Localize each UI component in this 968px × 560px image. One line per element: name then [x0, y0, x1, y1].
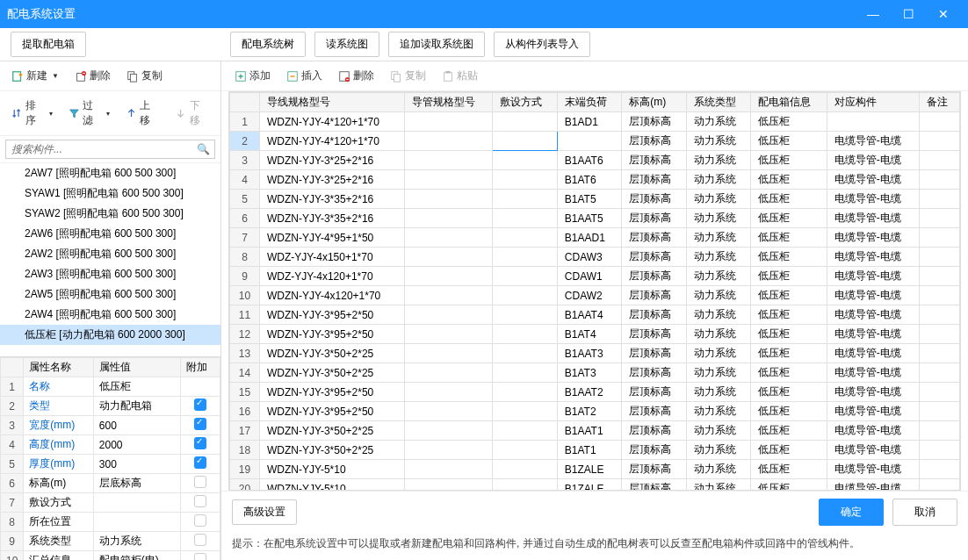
grid-cell[interactable]: 低压柜 — [750, 344, 827, 363]
grid-header[interactable]: 对应构件 — [827, 93, 919, 112]
grid-cell[interactable]: 电缆导管-电缆 — [827, 441, 919, 460]
row-number[interactable]: 19 — [230, 460, 260, 479]
prop-value[interactable] — [93, 513, 180, 532]
prop-value[interactable]: 层底标高 — [93, 474, 180, 493]
row-number[interactable]: 16 — [230, 402, 260, 421]
grid-cell[interactable] — [405, 209, 493, 228]
grid-cell[interactable]: 电缆导管-电缆 — [827, 344, 919, 363]
grid-header[interactable]: 末端负荷 — [557, 93, 621, 112]
insert-row-button[interactable]: 插入 — [280, 65, 329, 87]
import-list-button[interactable]: 从构件列表导入 — [494, 32, 590, 57]
grid-cell[interactable]: 电缆导管-电缆 — [827, 325, 919, 344]
row-number[interactable]: 20 — [230, 479, 260, 492]
row-number[interactable]: 17 — [230, 421, 260, 441]
grid-cell[interactable] — [919, 190, 959, 209]
grid-cell[interactable]: 电缆导管-电缆 — [827, 170, 919, 190]
grid-cell[interactable]: 层顶标高 — [622, 305, 686, 325]
grid-cell[interactable] — [405, 170, 493, 190]
grid-cell[interactable]: 动力系统 — [686, 151, 750, 170]
grid-cell[interactable]: 层顶标高 — [622, 479, 686, 492]
grid-cell[interactable] — [405, 228, 493, 248]
grid-cell[interactable] — [405, 421, 493, 441]
grid-cell[interactable] — [493, 170, 557, 190]
grid-cell[interactable]: 低压柜 — [750, 112, 827, 132]
grid-cell[interactable]: 低压柜 — [750, 190, 827, 209]
grid-cell[interactable]: B1AAT6 — [557, 151, 621, 170]
grid-header[interactable]: 导线规格型号 — [260, 93, 405, 112]
grid-cell[interactable]: 层顶标高 — [622, 267, 686, 286]
grid-cell[interactable] — [405, 460, 493, 479]
grid-cell[interactable]: CDAW3 — [557, 248, 621, 267]
row-number[interactable]: 3 — [230, 151, 260, 170]
prop-extra[interactable] — [180, 493, 220, 513]
grid-cell[interactable]: 动力系统 — [686, 248, 750, 267]
grid-cell[interactable]: WDZN-YJY-3*95+2*50 — [260, 402, 405, 421]
grid-cell[interactable]: WDZN-YJY-3*95+2*50 — [260, 305, 405, 325]
grid-cell[interactable]: 低压柜 — [750, 228, 827, 248]
grid-cell[interactable] — [919, 305, 959, 325]
checkbox-icon[interactable] — [194, 456, 206, 469]
move-up-button[interactable]: 上移 — [119, 95, 166, 132]
grid-cell[interactable]: B1ZALE — [557, 479, 621, 492]
checkbox-icon[interactable] — [194, 514, 206, 527]
grid-cell[interactable]: B1AT1 — [557, 441, 621, 460]
grid-cell[interactable]: WDZN-YJY-3*50+2*25 — [260, 421, 405, 441]
grid-cell[interactable]: 低压柜 — [750, 363, 827, 383]
grid-cell[interactable]: WDZN-YJY-3*95+2*50 — [260, 383, 405, 402]
grid-cell[interactable]: 动力系统 — [686, 132, 750, 151]
grid-cell[interactable] — [405, 441, 493, 460]
grid-cell[interactable]: 动力系统 — [686, 228, 750, 248]
prop-value[interactable]: 2000 — [93, 435, 180, 455]
grid-cell[interactable]: 低压柜 — [750, 209, 827, 228]
grid-cell[interactable] — [493, 325, 557, 344]
grid-cell[interactable] — [493, 132, 557, 151]
grid-cell[interactable]: 层顶标高 — [622, 421, 686, 441]
grid-cell[interactable]: 低压柜 — [750, 151, 827, 170]
grid-cell[interactable] — [493, 363, 557, 383]
grid-cell[interactable] — [919, 112, 959, 132]
grid-cell[interactable]: 电缆导管-电缆 — [827, 383, 919, 402]
checkbox-icon[interactable] — [194, 553, 206, 560]
grid-wrap[interactable]: 导线规格型号导管规格型号敷设方式末端负荷标高(m)系统类型配电箱信息对应构件备注… — [228, 91, 961, 491]
grid-cell[interactable] — [919, 479, 959, 492]
grid-cell[interactable]: 低压柜 — [750, 460, 827, 479]
grid-header[interactable]: 标高(m) — [622, 93, 686, 112]
grid-cell[interactable]: 层顶标高 — [622, 286, 686, 305]
grid-cell[interactable]: CDAW1 — [557, 267, 621, 286]
row-number[interactable]: 2 — [230, 132, 260, 151]
grid-header[interactable]: 配电箱信息 — [750, 93, 827, 112]
grid-cell[interactable]: WDZN-YJY-4*95+1*50 — [260, 228, 405, 248]
grid-cell[interactable] — [405, 402, 493, 421]
row-number[interactable]: 8 — [230, 248, 260, 267]
grid-cell[interactable] — [919, 460, 959, 479]
grid-cell[interactable]: 低压柜 — [750, 132, 827, 151]
prop-value[interactable]: 动力系统 — [93, 532, 180, 551]
delete-row-button[interactable]: 删除 — [332, 65, 380, 87]
component-list[interactable]: 2AW7 [照明配电箱 600 500 300]SYAW1 [照明配电箱 600… — [0, 163, 220, 356]
list-item[interactable]: 2AW3 [照明配电箱 600 500 300] — [0, 264, 220, 284]
grid-cell[interactable]: 电缆导管-电缆 — [827, 267, 919, 286]
grid-cell[interactable]: 动力系统 — [686, 112, 750, 132]
row-number[interactable]: 7 — [230, 228, 260, 248]
grid-cell[interactable]: 电缆导管-电缆 — [827, 286, 919, 305]
grid-cell[interactable]: 动力系统 — [686, 441, 750, 460]
grid-cell[interactable]: 动力系统 — [686, 267, 750, 286]
list-item[interactable]: SYAW2 [照明配电箱 600 500 300] — [0, 204, 220, 224]
grid-cell[interactable] — [493, 151, 557, 170]
checkbox-icon[interactable] — [194, 437, 206, 449]
grid-header[interactable]: 备注 — [919, 93, 959, 112]
grid-cell[interactable] — [493, 228, 557, 248]
grid-cell[interactable]: B1ZALE — [557, 460, 621, 479]
grid-cell[interactable]: 动力系统 — [686, 286, 750, 305]
grid-cell[interactable] — [493, 441, 557, 460]
row-number[interactable]: 6 — [230, 209, 260, 228]
grid-cell[interactable]: 电缆导管-电缆 — [827, 460, 919, 479]
grid-cell[interactable]: 低压柜 — [750, 402, 827, 421]
row-number[interactable]: 15 — [230, 383, 260, 402]
grid-cell[interactable]: 动力系统 — [686, 460, 750, 479]
filter-button[interactable]: 过滤▾ — [62, 95, 116, 132]
grid-cell[interactable]: 电缆导管-电缆 — [827, 228, 919, 248]
grid-cell[interactable] — [405, 151, 493, 170]
extract-button[interactable]: 提取配电箱 — [11, 32, 86, 57]
row-number[interactable]: 5 — [230, 190, 260, 209]
